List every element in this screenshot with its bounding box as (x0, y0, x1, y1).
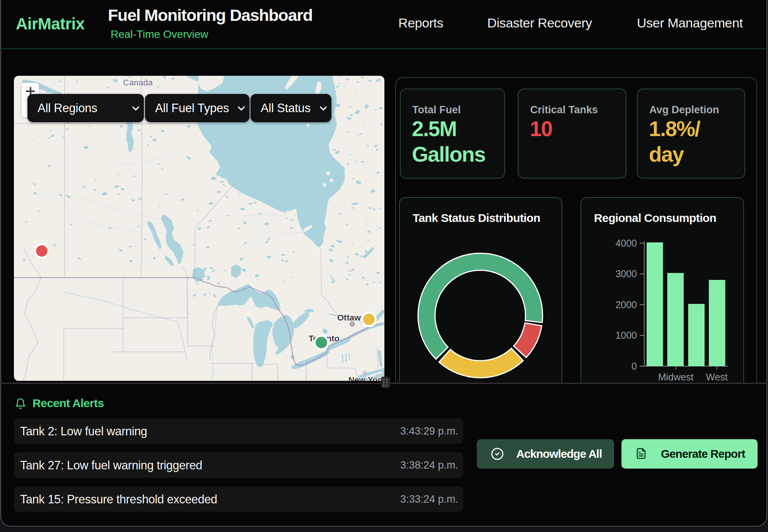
svg-text:4000: 4000 (615, 238, 637, 249)
svg-text:West: West (706, 372, 728, 382)
svg-text:Midwest: Midwest (658, 372, 694, 382)
svg-text:2000: 2000 (615, 299, 637, 310)
svg-text:1000: 1000 (615, 330, 637, 341)
svg-text:3000: 3000 (615, 268, 637, 279)
svg-text:0: 0 (631, 361, 637, 372)
svg-text:Canada: Canada (123, 78, 153, 87)
svg-text:New York: New York (348, 375, 384, 381)
